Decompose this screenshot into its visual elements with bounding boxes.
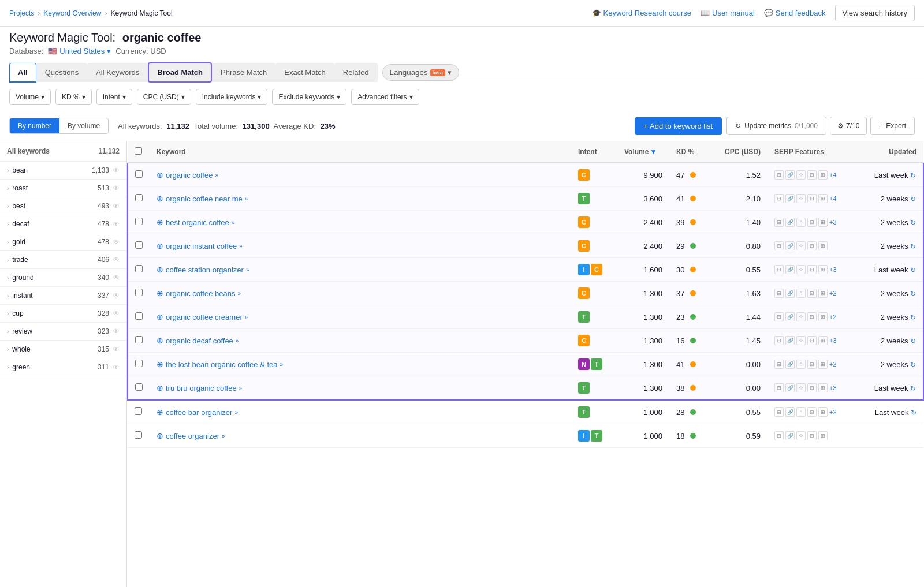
refresh-icon[interactable]: ↻ xyxy=(910,290,916,298)
eye-icon[interactable]: 👁 xyxy=(113,309,120,317)
serp-icon-4[interactable]: ⊡ xyxy=(807,431,817,440)
serp-icon-1[interactable]: ⊟ xyxy=(774,289,784,298)
refresh-icon[interactable]: ↻ xyxy=(910,242,916,250)
view-search-history-button[interactable]: View search history xyxy=(835,5,915,21)
serp-icon-3[interactable]: ☆ xyxy=(796,289,806,298)
plus-circle-icon[interactable]: ⊕ xyxy=(157,218,163,227)
serp-icon-2[interactable]: 🔗 xyxy=(785,289,795,298)
intent-column-header[interactable]: Intent xyxy=(571,141,617,163)
serp-icon-2[interactable]: 🔗 xyxy=(785,218,795,227)
export-button[interactable]: ↑ Export xyxy=(870,117,915,135)
serp-icon-3[interactable]: ☆ xyxy=(796,170,806,180)
serp-plus[interactable]: +3 xyxy=(829,384,837,391)
eye-icon[interactable]: 👁 xyxy=(113,256,120,264)
serp-icon-4[interactable]: ⊡ xyxy=(807,336,817,345)
keyword-link[interactable]: ⊕ organic coffee creamer » xyxy=(157,312,564,321)
serp-icon-5[interactable]: ⊞ xyxy=(818,218,828,227)
table-container[interactable]: Keyword Intent Volume ▼ KD % CPC (USD) S… xyxy=(127,141,924,587)
serp-icon-5[interactable]: ⊞ xyxy=(818,265,828,274)
row-checkbox[interactable] xyxy=(135,265,143,272)
serp-plus[interactable]: +3 xyxy=(829,337,837,344)
row-checkbox[interactable] xyxy=(135,407,142,415)
serp-icon-3[interactable]: ☆ xyxy=(796,218,806,227)
serp-icon-2[interactable]: 🔗 xyxy=(785,170,795,180)
plus-circle-icon[interactable]: ⊕ xyxy=(157,360,163,369)
plus-circle-icon[interactable]: ⊕ xyxy=(157,194,163,203)
row-checkbox-cell[interactable] xyxy=(128,187,150,211)
eye-icon[interactable]: 👁 xyxy=(113,291,120,300)
kd-filter[interactable]: KD % ▾ xyxy=(55,89,92,105)
settings-button[interactable]: ⚙ 7/10 xyxy=(830,117,867,135)
refresh-icon[interactable]: ↻ xyxy=(910,219,916,227)
serp-icon-3[interactable]: ☆ xyxy=(796,241,806,250)
serp-icon-4[interactable]: ⊡ xyxy=(807,407,817,417)
eye-icon[interactable]: 👁 xyxy=(113,327,120,335)
keyword-column-header[interactable]: Keyword xyxy=(150,141,571,163)
keyword-link[interactable]: ⊕ coffee bar organizer » xyxy=(157,407,564,417)
tab-broad-match[interactable]: Broad Match xyxy=(148,62,212,83)
row-checkbox-cell[interactable] xyxy=(128,424,150,448)
keyword-link[interactable]: ⊕ organic decaf coffee » xyxy=(157,336,564,345)
serp-icon-4[interactable]: ⊡ xyxy=(807,241,817,250)
keyword-link[interactable]: ⊕ best organic coffee » xyxy=(157,218,564,227)
serp-icon-1[interactable]: ⊟ xyxy=(774,170,784,180)
refresh-icon[interactable]: ↻ xyxy=(910,266,916,274)
include-keywords-filter[interactable]: Include keywords ▾ xyxy=(196,89,268,105)
row-checkbox-cell[interactable] xyxy=(128,282,150,305)
serp-icon-2[interactable]: 🔗 xyxy=(785,241,795,250)
serp-icon-3[interactable]: ☆ xyxy=(796,407,806,417)
eye-icon[interactable]: 👁 xyxy=(113,345,120,353)
refresh-icon[interactable]: ↻ xyxy=(910,384,916,392)
serp-plus[interactable]: +3 xyxy=(829,219,837,226)
sidebar-item-gold[interactable]: › gold 478 👁 xyxy=(0,233,126,251)
row-checkbox[interactable] xyxy=(135,241,143,249)
plus-circle-icon[interactable]: ⊕ xyxy=(157,170,163,180)
plus-circle-icon[interactable]: ⊕ xyxy=(157,241,163,250)
eye-icon[interactable]: 👁 xyxy=(113,184,120,192)
plus-circle-icon[interactable]: ⊕ xyxy=(157,336,163,345)
eye-icon[interactable]: 👁 xyxy=(113,274,120,282)
serp-plus[interactable]: +2 xyxy=(829,361,837,368)
cpc-filter[interactable]: CPC (USD) ▾ xyxy=(137,89,191,105)
tab-languages[interactable]: Languages beta ▾ xyxy=(382,64,459,81)
sidebar-item-green[interactable]: › green 311 👁 xyxy=(0,358,126,376)
sidebar-item-cup[interactable]: › cup 328 👁 xyxy=(0,305,126,323)
eye-icon[interactable]: 👁 xyxy=(113,202,120,210)
eye-icon[interactable]: 👁 xyxy=(113,363,120,371)
tab-exact-match[interactable]: Exact Match xyxy=(275,63,334,82)
serp-icon-1[interactable]: ⊟ xyxy=(774,241,784,250)
sort-by-volume-button[interactable]: By volume xyxy=(59,118,108,133)
serp-icon-5[interactable]: ⊞ xyxy=(818,312,828,321)
tab-all-keywords[interactable]: All Keywords xyxy=(87,63,148,82)
serp-icon-3[interactable]: ☆ xyxy=(796,194,806,203)
kd-column-header[interactable]: KD % xyxy=(669,141,716,163)
keyword-link[interactable]: ⊕ tru bru organic coffee » xyxy=(157,383,564,392)
serp-icon-1[interactable]: ⊟ xyxy=(774,218,784,227)
row-checkbox[interactable] xyxy=(135,383,143,391)
cpc-column-header[interactable]: CPC (USD) xyxy=(716,141,767,163)
serp-icon-1[interactable]: ⊟ xyxy=(774,383,784,392)
row-checkbox[interactable] xyxy=(135,289,143,296)
serp-plus[interactable]: +2 xyxy=(829,290,837,297)
sidebar-item-bean[interactable]: › bean 1,133 👁 xyxy=(0,162,126,180)
serp-icon-1[interactable]: ⊟ xyxy=(774,194,784,203)
row-checkbox[interactable] xyxy=(135,360,143,367)
sidebar-item-instant[interactable]: › instant 337 👁 xyxy=(0,287,126,305)
serp-icon-3[interactable]: ☆ xyxy=(796,360,806,369)
sidebar-item-whole[interactable]: › whole 315 👁 xyxy=(0,341,126,358)
row-checkbox[interactable] xyxy=(135,312,143,320)
serp-icon-5[interactable]: ⊞ xyxy=(818,289,828,298)
plus-circle-icon[interactable]: ⊕ xyxy=(157,289,163,298)
refresh-icon[interactable]: ↻ xyxy=(910,337,916,345)
plus-circle-icon[interactable]: ⊕ xyxy=(157,431,163,440)
sidebar-item-decaf[interactable]: › decaf 478 👁 xyxy=(0,215,126,233)
keyword-link[interactable]: ⊕ organic coffee near me » xyxy=(157,194,564,203)
row-checkbox[interactable] xyxy=(135,336,143,343)
serp-icon-1[interactable]: ⊟ xyxy=(774,336,784,345)
serp-icon-4[interactable]: ⊡ xyxy=(807,289,817,298)
serp-icon-2[interactable]: 🔗 xyxy=(785,194,795,203)
serp-icon-1[interactable]: ⊟ xyxy=(774,407,784,417)
volume-column-header[interactable]: Volume ▼ xyxy=(617,141,669,163)
serp-icon-2[interactable]: 🔗 xyxy=(785,431,795,440)
row-checkbox-cell[interactable] xyxy=(128,376,150,401)
